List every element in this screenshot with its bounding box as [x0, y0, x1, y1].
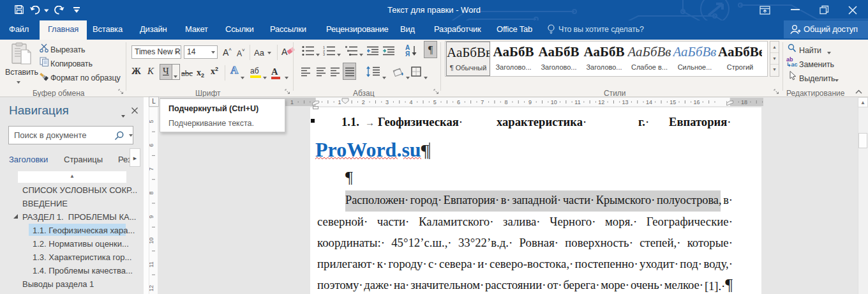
svg-text:5: 5: [433, 99, 437, 105]
svg-text:10: 10: [149, 237, 154, 244]
svg-text:10: 10: [551, 99, 557, 105]
svg-text:15: 15: [670, 99, 676, 105]
svg-text:11: 11: [574, 99, 580, 105]
svg-text:1: 1: [338, 99, 341, 105]
svg-text:9: 9: [528, 99, 532, 105]
svg-text:6: 6: [149, 144, 154, 147]
svg-text:12: 12: [598, 99, 604, 105]
svg-text:8: 8: [505, 99, 508, 105]
svg-text:3: 3: [323, 52, 325, 56]
svg-text:7: 7: [481, 99, 484, 105]
svg-text:18: 18: [741, 99, 747, 105]
svg-text:2: 2: [362, 99, 365, 105]
svg-text:16: 16: [693, 99, 700, 105]
svg-text:6: 6: [457, 99, 460, 105]
svg-text:13: 13: [622, 99, 629, 105]
svg-text:1: 1: [290, 99, 294, 105]
svg-text:8: 8: [149, 191, 154, 194]
svg-text:9: 9: [149, 215, 154, 219]
svg-text:14: 14: [646, 99, 652, 105]
svg-text:11: 11: [149, 261, 154, 267]
svg-text:3: 3: [385, 99, 389, 105]
svg-text:4: 4: [409, 99, 412, 105]
svg-text:7: 7: [149, 167, 154, 171]
svg-text:12: 12: [149, 285, 154, 291]
